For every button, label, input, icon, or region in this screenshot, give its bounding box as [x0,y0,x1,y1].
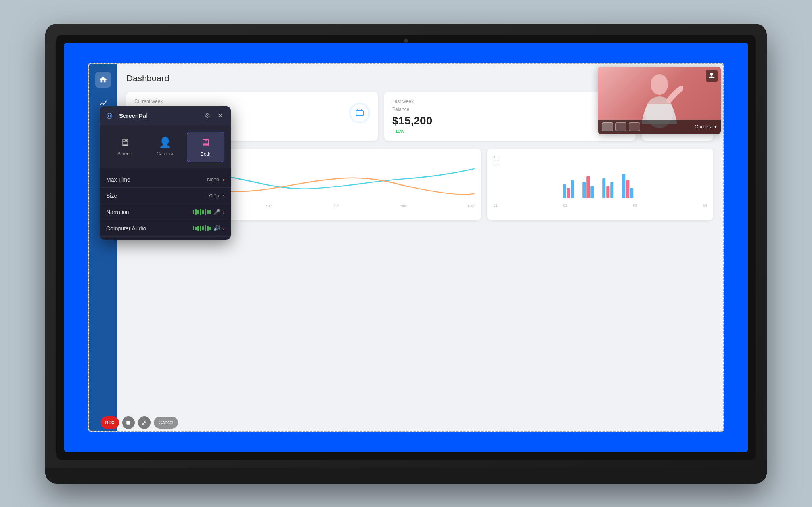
comp-bar-5 [202,226,204,230]
svg-rect-16 [630,188,633,198]
camera-mode-label: Camera [157,151,174,157]
comp-bar-2 [195,227,197,230]
sidebar-item-home[interactable] [95,72,111,88]
bar-chart-card: 400300200 [487,149,713,220]
dialog-logo: ◎ ScreenPal [106,111,148,121]
current-week-period: Current week [134,99,174,104]
narration-bars [193,209,211,215]
both-mode-label: Both [201,151,211,157]
computer-audio-label: Computer Audio [106,225,193,231]
mode-screen-btn[interactable]: 🖥 Screen [106,132,143,162]
record-bar: REC Cancel [101,416,178,429]
comp-bar-7 [207,226,209,231]
camera-label: Camera [695,124,713,130]
speaker-icon: 🔊 [213,225,220,231]
size-row[interactable]: Size 720p › [100,188,231,204]
narration-arrow: › [222,209,224,215]
size-label: Size [106,193,208,199]
max-time-arrow: › [222,176,224,183]
rec-icon-btn-2[interactable] [138,416,151,429]
dialog-header: ◎ ScreenPal ⚙ ✕ [100,106,231,125]
narration-bar-6 [205,209,206,215]
svg-rect-13 [610,182,613,198]
svg-rect-15 [626,180,629,198]
svg-rect-11 [602,178,605,198]
narration-bar-8 [209,210,211,214]
svg-rect-7 [571,180,574,198]
current-week-icon [349,103,370,123]
month-label-sep: Sep [266,204,272,208]
comp-bar-8 [209,227,211,230]
rec-button[interactable]: REC [101,416,119,429]
svg-rect-0 [356,111,363,116]
camera-btn-3[interactable] [629,122,640,131]
mode-camera-btn[interactable]: 👤 Camera [146,132,183,162]
comp-bar-4 [200,226,201,231]
q2-label: 02 [563,203,567,207]
cancel-button[interactable]: Cancel [154,417,178,429]
microphone-icon: 🎤 [213,209,220,215]
screenpal-logo-icon: ◎ [106,111,116,121]
comp-bar-6 [205,225,206,231]
camera-chevron[interactable]: ▾ [714,124,717,130]
camera-dot [404,39,408,43]
month-label-dec: Dec [468,204,474,208]
screenpal-logo-text: ScreenPal [119,112,148,119]
month-label-oct: Oct [334,204,339,208]
mode-selector: 🖥 Screen 👤 Camera 🖥 Both [100,125,231,168]
mode-both-btn[interactable]: 🖥 Both [187,132,224,162]
last-week-period: Last week [392,99,432,104]
svg-rect-12 [606,186,609,198]
svg-rect-9 [586,176,590,198]
rec-icon-btn-1[interactable] [122,416,135,429]
bar-chart-y-labels: 400300200 [494,155,707,167]
q1-label: 01 [494,203,498,207]
close-icon[interactable]: ✕ [216,111,224,120]
screen-mode-label: Screen [117,151,132,157]
narration-label: Narration [106,209,193,215]
bar-chart-labels: 01 02 03 04 [494,203,707,207]
size-arrow: › [222,193,224,199]
month-label-nov: Nov [400,204,407,208]
computer-audio-bars [193,225,211,231]
last-week-label: Balance [392,107,432,112]
narration-bar-7 [207,210,209,214]
dialog-header-btns: ⚙ ✕ [203,111,224,120]
svg-rect-8 [582,182,586,198]
bar-chart-svg [494,168,707,200]
narration-bar-1 [193,210,194,214]
comp-bar-1 [193,226,194,230]
narration-bar-5 [202,210,204,214]
screen-bezel: Dashboard Current week Balance $12,940 [56,35,756,460]
screen-content: Dashboard Current week Balance $12,940 [64,43,748,452]
comp-bar-3 [197,226,199,231]
computer-audio-row[interactable]: Computer Audio 🔊 › [100,220,231,237]
screenpal-dialog: ◎ ScreenPal ⚙ ✕ 🖥 Screen 👤 [100,106,231,240]
last-week-value: $15,200 [392,115,432,127]
camera-toolbar: Camera ▾ [598,120,721,134]
settings-icon[interactable]: ⚙ [203,111,212,120]
both-mode-icon: 🖥 [200,137,211,149]
size-value: 720p [208,193,219,199]
computer-audio-arrow: › [222,225,224,231]
q4-label: 04 [703,203,707,207]
svg-rect-10 [590,186,594,198]
camera-mode-icon: 👤 [159,136,171,149]
laptop-bottom [45,468,767,484]
last-week-change: ↑ 15% [392,129,432,134]
narration-row[interactable]: Narration 🎤 › [100,204,231,220]
laptop-shell: Dashboard Current week Balance $12,940 [45,24,767,484]
q3-label: 03 [633,203,637,207]
camera-preview: Camera ▾ [598,67,721,134]
narration-bar-4 [200,209,201,215]
narration-bar-3 [197,210,199,214]
narration-bar-2 [195,209,197,215]
screen-mode-icon: 🖥 [120,136,130,149]
svg-rect-5 [563,184,566,198]
camera-user-icon [706,70,718,82]
settings-section: Max Time None › Size 720p › Narration [100,168,231,240]
camera-btn-1[interactable] [602,122,613,131]
max-time-row[interactable]: Max Time None › [100,172,231,188]
camera-btn-2[interactable] [615,122,626,131]
svg-rect-14 [622,174,625,198]
